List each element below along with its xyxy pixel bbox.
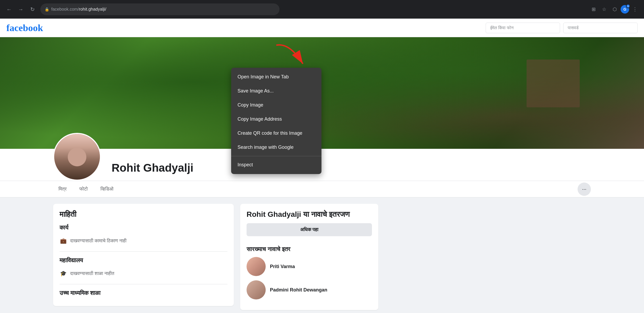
right-column: Rohit Ghadyalji या नावाचे इतरजण अधिक पहा… [240,204,378,313]
person-item-2[interactable]: Padmini Rohit Dewangan [247,280,372,299]
context-copy-image[interactable]: Copy Image [231,98,321,112]
forward-button[interactable]: → [16,5,26,14]
menu-button[interactable]: ⋮ [630,5,640,14]
facebook-page: facebook Rohit Ghadyalji मित्र फोटो व्हि… [0,19,644,313]
see-more-button[interactable]: अधिक पहा [247,223,372,236]
fb-logo: facebook [6,22,43,33]
context-search-google[interactable]: Search image with Google [231,140,321,154]
bookmark-button[interactable]: ☆ [599,5,609,14]
context-copy-address[interactable]: Copy Image Address [231,112,321,126]
nav-item-photos[interactable]: फोटो [74,181,93,197]
address-bar[interactable]: 🔒 facebook.com/rohit.ghadyalji/ [40,3,279,15]
password-input[interactable] [563,23,638,33]
divider-1 [60,251,227,252]
translate-button[interactable]: ⊞ [589,5,598,14]
info-title: माहिती [60,210,227,219]
profile-avatar[interactable] [53,133,101,181]
graduation-icon: 🎓 [60,270,67,277]
lock-icon: 🔒 [45,7,49,11]
context-menu-divider [231,156,321,156]
screenshot-button[interactable]: ⬡ [610,5,620,14]
context-open-image[interactable]: Open Image in New Tab [231,70,321,84]
reload-button[interactable]: ↻ [28,5,37,14]
work-label: कार्य [60,224,227,231]
context-inspect[interactable]: Inspect [231,158,321,172]
cover-photo [0,37,644,149]
education-text: दाखवण्यासाठी शाळा नाहीत [70,271,114,276]
browser-chrome: ← → ↻ 🔒 facebook.com/rohit.ghadyalji/ ⊞ … [0,0,644,19]
others-title: Rohit Ghadyalji या नावाचे इतरजण [247,210,372,219]
main-content: माहिती कार्य 💼 दाखवण्यासाठी कामाचे ठिकाण… [0,197,644,313]
school-label: उच्च माध्यमिक शाळा [60,290,227,297]
person-name-1: Priti Varma [270,264,295,269]
left-column: माहिती कार्य 💼 दाखवण्यासाठी कामाचे ठिकाण… [53,204,234,313]
education-label: महाविद्यालय [60,257,227,264]
user-profile-icon[interactable]: G 1 [621,5,629,14]
profile-section: Rohit Ghadyalji [0,149,644,181]
profile-name: Rohit Ghadyalji [106,162,193,181]
briefcase-icon: 💼 [60,237,67,244]
nav-buttons: ← → ↻ [4,5,37,14]
back-button[interactable]: ← [4,5,14,14]
person-name-2: Padmini Rohit Dewangan [270,287,327,293]
work-item: 💼 दाखवण्यासाठी कामाचे ठिकाण नाही [60,234,227,247]
nav-item-videos[interactable]: व्हिडिओ [95,181,119,197]
person-item-1[interactable]: Priti Varma [247,257,372,276]
browser-icons: ⊞ ☆ ⬡ G 1 ⋮ [589,5,640,14]
person-avatar-1 [247,257,266,276]
more-options-button[interactable]: ··· [578,183,591,196]
education-item: 🎓 दाखवण्यासाठी शाळा नाहीत [60,267,227,280]
similar-title: सारख्याच नावाचे इतर [247,246,372,253]
profile-nav: मित्र फोटो व्हिडिओ ··· [0,181,644,197]
fb-header: facebook [0,19,644,37]
context-save-image[interactable]: Save Image As... [231,84,321,98]
email-input[interactable] [486,23,560,33]
context-menu: Open Image in New Tab Save Image As... C… [231,68,321,174]
info-card: माहिती कार्य 💼 दाखवण्यासाठी कामाचे ठिकाण… [53,204,234,306]
divider-2 [60,284,227,284]
nav-item-friends[interactable]: मित्र [53,181,72,197]
fb-header-right [486,23,638,33]
context-create-qr[interactable]: Create QR code for this Image [231,126,321,140]
person-avatar-2 [247,280,266,299]
others-card: Rohit Ghadyalji या नावाचे इतरजण अधिक पहा… [240,204,378,310]
work-text: दाखवण्यासाठी कामाचे ठिकाण नाही [70,238,126,244]
profile-badge: 1 [626,4,630,8]
cover-area: Rohit Ghadyalji मित्र फोटो व्हिडिओ ··· [0,37,644,197]
avatar-image [54,134,100,180]
url-text: facebook.com/rohit.ghadyalji/ [51,7,106,12]
